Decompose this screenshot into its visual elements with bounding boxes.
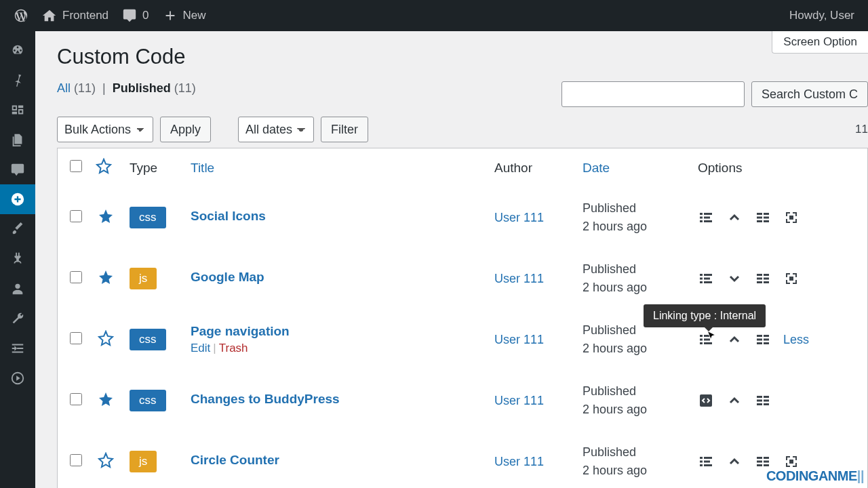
filter-all[interactable]: All <box>57 81 71 95</box>
option-lines-icon[interactable] <box>698 453 714 470</box>
menu-play[interactable] <box>0 363 35 393</box>
author-link[interactable]: User 111 <box>494 272 544 285</box>
option-full-icon[interactable] <box>783 453 800 470</box>
table-row: js Circle Counter User 111 Published2 ho… <box>58 431 867 488</box>
menu-custom-code[interactable] <box>0 184 35 214</box>
play-icon <box>10 371 25 386</box>
menu-dashboard[interactable] <box>0 35 35 65</box>
comments-item[interactable]: 0 <box>115 0 155 31</box>
author-link[interactable]: User 111 <box>494 211 544 224</box>
search-button[interactable]: Search Custom C <box>751 81 868 107</box>
option-chevdown-icon[interactable] <box>726 270 743 287</box>
type-badge: css <box>130 207 166 228</box>
howdy-item[interactable]: Howdy, User <box>783 0 861 31</box>
option-code-icon[interactable] <box>698 392 714 409</box>
row-checkbox[interactable] <box>70 332 82 344</box>
option-chevup-icon[interactable] <box>726 331 743 348</box>
bulk-actions-select[interactable]: Bulk Actions <box>57 117 153 142</box>
option-full-icon[interactable] <box>783 209 800 226</box>
admin-bar: Frontend 0 New Howdy, User <box>0 0 868 31</box>
option-grid-icon[interactable] <box>755 331 771 348</box>
option-grid-icon[interactable] <box>755 209 771 226</box>
option-chevup-icon[interactable] <box>726 453 743 470</box>
screen-options-button[interactable]: Screen Option <box>772 31 868 54</box>
row-title-link[interactable]: Google Map <box>191 270 481 285</box>
admin-sidemenu <box>0 31 35 488</box>
row-checkbox[interactable] <box>70 454 82 466</box>
search-input[interactable] <box>561 81 745 107</box>
slider-icon <box>10 341 25 356</box>
status-filters: All (11) | Published (11) <box>57 81 196 96</box>
date-filter-select[interactable]: All dates <box>238 117 314 142</box>
pin-icon <box>10 73 25 87</box>
star-toggle[interactable] <box>98 458 114 471</box>
trash-link[interactable]: Trash <box>219 342 248 354</box>
date-cell: Published2 hours ago <box>583 199 684 236</box>
new-item[interactable]: New <box>156 0 213 31</box>
menu-tools[interactable] <box>0 304 35 333</box>
row-title-link[interactable]: Changes to BuddyPress <box>191 392 481 407</box>
media-icon <box>10 102 25 117</box>
watermark: CODINGANME|| <box>766 468 864 484</box>
type-badge: css <box>130 390 166 411</box>
menu-appearance[interactable] <box>0 214 35 244</box>
star-toggle[interactable] <box>98 336 114 349</box>
row-checkbox[interactable] <box>70 393 82 405</box>
plus-icon <box>163 8 178 23</box>
option-full-icon[interactable] <box>783 270 800 287</box>
col-date[interactable]: Date <box>576 148 691 187</box>
plus-circle-icon <box>10 192 25 207</box>
table-row: js Google Map User 111 Published2 hours … <box>58 248 867 309</box>
row-title-link[interactable]: Circle Counter <box>191 453 481 468</box>
apply-button[interactable]: Apply <box>160 117 211 142</box>
options-cell <box>698 270 861 287</box>
edit-link[interactable]: Edit <box>191 342 210 354</box>
menu-users[interactable] <box>0 274 35 304</box>
row-checkbox[interactable] <box>70 210 82 222</box>
option-lines-icon[interactable] <box>698 270 714 287</box>
author-link[interactable]: User 111 <box>494 394 544 407</box>
row-title-link[interactable]: Page navigation <box>191 324 481 339</box>
col-type: Type <box>123 148 184 187</box>
option-chevup-icon[interactable] <box>726 209 743 226</box>
menu-plugins[interactable] <box>0 244 35 274</box>
option-chevup-icon[interactable] <box>726 392 743 409</box>
star-toggle[interactable] <box>98 275 114 288</box>
star-toggle[interactable] <box>98 397 114 410</box>
date-cell: Published2 hours ago <box>583 382 684 419</box>
home-icon <box>42 8 57 23</box>
row-actions: Edit|Trash <box>191 342 481 355</box>
option-lines-icon[interactable] <box>698 209 714 226</box>
comments-icon <box>10 162 25 177</box>
new-label: New <box>183 9 206 22</box>
menu-comments[interactable] <box>0 155 35 184</box>
site-name: Frontend <box>62 9 108 22</box>
all-count: (11) <box>74 81 96 95</box>
brush-icon <box>10 222 25 237</box>
menu-settings[interactable] <box>0 333 35 363</box>
option-grid-icon[interactable] <box>755 453 771 470</box>
author-link[interactable]: User 111 <box>494 333 544 346</box>
star-toggle[interactable] <box>98 214 114 227</box>
col-title[interactable]: Title <box>184 148 488 187</box>
col-options: Options <box>691 148 867 187</box>
cursor-icon <box>706 330 717 341</box>
less-link[interactable]: Less <box>783 333 809 347</box>
row-title-link[interactable]: Social Icons <box>191 209 481 224</box>
menu-media[interactable] <box>0 95 35 125</box>
row-checkbox[interactable] <box>70 271 82 283</box>
select-all-checkbox[interactable] <box>70 160 82 172</box>
menu-pages[interactable] <box>0 125 35 155</box>
star-column-header[interactable] <box>96 163 112 177</box>
option-grid-icon[interactable] <box>755 392 771 409</box>
wp-logo[interactable] <box>7 0 35 31</box>
author-link[interactable]: User 111 <box>494 455 544 468</box>
type-badge: css <box>130 329 166 350</box>
option-grid-icon[interactable] <box>755 270 771 287</box>
site-name-item[interactable]: Frontend <box>35 0 115 31</box>
menu-posts[interactable] <box>0 65 35 95</box>
filter-published[interactable]: Published <box>113 81 171 95</box>
tooltip: Linking type : Internal <box>644 304 766 327</box>
table-row: css Changes to BuddyPress User 111 Publi… <box>58 370 867 431</box>
filter-button[interactable]: Filter <box>321 117 368 142</box>
